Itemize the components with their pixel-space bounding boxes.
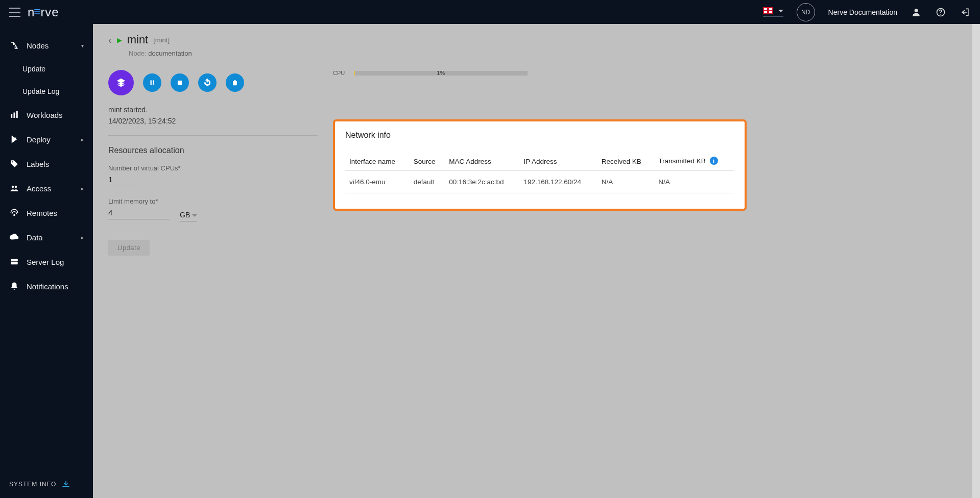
sidebar-item-update-log[interactable]: Update Log	[0, 80, 93, 103]
col-tx: Transmitted KB i	[654, 152, 734, 171]
vcpu-input[interactable]	[108, 174, 139, 186]
language-selector[interactable]	[763, 7, 783, 17]
page-title: mint	[127, 33, 149, 46]
sidebar-item-update[interactable]: Update	[0, 58, 93, 80]
sidebar-item-nodes[interactable]: Nodes ▾	[0, 33, 93, 58]
logout-icon[interactable]	[960, 7, 971, 18]
info-icon[interactable]: i	[710, 157, 718, 165]
divider	[108, 135, 318, 136]
sidebar-item-labels[interactable]: Labels	[0, 152, 93, 176]
sidebar-item-workloads[interactable]: Workloads	[0, 103, 93, 127]
sidebar-item-server-log[interactable]: Server Log	[0, 250, 93, 274]
sidebar-item-access[interactable]: Access ▸	[0, 176, 93, 201]
nodes-icon	[9, 40, 19, 51]
logo: n≡rve	[28, 5, 59, 19]
sidebar-item-remotes[interactable]: Remotes	[0, 201, 93, 225]
cell-source: default	[410, 171, 445, 193]
svg-point-9	[14, 214, 15, 215]
scrollbar[interactable]	[972, 24, 980, 498]
cpu-label: CPU	[333, 70, 345, 76]
chevron-down-icon	[192, 214, 197, 217]
main: Nodes ▾ Update Update Log Workloads Depl…	[0, 24, 980, 498]
resources-title: Resources allocation	[108, 146, 318, 155]
svg-rect-4	[14, 113, 15, 118]
workload-button[interactable]	[108, 70, 134, 95]
bell-icon	[9, 281, 19, 291]
node-path: Node: documentation	[129, 49, 960, 57]
svg-rect-11	[11, 262, 18, 265]
sidebar-item-label: Remotes	[27, 209, 57, 217]
sidebar-item-label: Access	[27, 184, 51, 193]
memory-input[interactable]	[108, 207, 170, 219]
download-icon	[61, 480, 70, 489]
node-label: Node:	[129, 49, 147, 57]
col-interface: Interface name	[345, 152, 410, 171]
running-icon: ▶	[117, 36, 122, 44]
cell-tx: N/A	[654, 171, 734, 193]
memory-unit-select[interactable]: GB	[180, 210, 197, 219]
back-button[interactable]: ‹	[108, 34, 112, 46]
pause-button[interactable]	[143, 73, 161, 92]
stop-button[interactable]	[171, 73, 189, 92]
menu-toggle-icon[interactable]	[9, 8, 20, 17]
user-icon[interactable]	[911, 7, 922, 18]
svg-point-6	[12, 161, 13, 162]
col-source: Source	[410, 152, 445, 171]
flag-uk-icon	[763, 7, 773, 14]
svg-rect-12	[151, 80, 152, 85]
server-log-icon	[9, 257, 19, 267]
access-icon	[9, 183, 19, 193]
avatar-initials: ND	[801, 9, 810, 16]
cell-interface: vif46.0-emu	[345, 171, 410, 193]
workloads-icon	[9, 110, 19, 120]
topbar: n≡rve ND Nerve Documentation	[0, 0, 980, 24]
col-tx-label: Transmitted KB	[658, 157, 706, 165]
cell-mac: 00:16:3e:2c:ac:bd	[445, 171, 519, 193]
network-info-panel: Network info Interface name Source MAC A…	[333, 119, 747, 211]
help-icon[interactable]	[935, 7, 946, 18]
svg-rect-5	[16, 111, 18, 118]
sidebar-item-label: Deploy	[27, 135, 51, 144]
data-icon	[9, 232, 19, 242]
svg-rect-13	[153, 80, 154, 85]
chevron-right-icon: ▸	[81, 186, 84, 191]
restart-button[interactable]	[198, 73, 217, 92]
right-column: CPU 1% Network info Interface name Sourc…	[333, 70, 960, 211]
sidebar-item-data[interactable]: Data ▸	[0, 225, 93, 250]
content: ‹ ▶ mint [mint] Node: documentation	[93, 24, 980, 498]
system-info-button[interactable]: SYSTEM INFO	[0, 470, 93, 498]
doc-name: Nerve Documentation	[828, 8, 897, 16]
sidebar-item-label: Notifications	[27, 282, 68, 291]
cell-rx: N/A	[597, 171, 654, 193]
table-header-row: Interface name Source MAC Address IP Add…	[345, 152, 734, 171]
avatar[interactable]: ND	[797, 3, 815, 21]
svg-rect-3	[11, 114, 12, 118]
memory-label: Limit memory to*	[108, 197, 170, 205]
sidebar-item-notifications[interactable]: Notifications	[0, 274, 93, 298]
chevron-down-icon	[778, 10, 783, 12]
page-tag: [mint]	[153, 36, 170, 44]
delete-button[interactable]	[226, 73, 244, 92]
table-row: vif46.0-emu default 00:16:3e:2c:ac:bd 19…	[345, 171, 734, 193]
svg-rect-14	[178, 81, 182, 85]
node-value: documentation	[148, 49, 192, 57]
update-button[interactable]: Update	[108, 240, 150, 256]
col-ip: IP Address	[519, 152, 597, 171]
svg-point-0	[915, 9, 918, 12]
sidebar-item-label: Update Log	[22, 87, 59, 95]
cpu-percent: 1%	[437, 70, 445, 76]
sidebar-item-label: Server Log	[27, 258, 64, 266]
sidebar-item-label: Update	[22, 65, 45, 73]
action-row	[108, 70, 318, 95]
chevron-down-icon: ▾	[81, 43, 84, 48]
col-mac: MAC Address	[445, 152, 519, 171]
sidebar-item-label: Labels	[27, 160, 49, 168]
breadcrumb: ‹ ▶ mint [mint]	[108, 33, 960, 46]
col-rx: Received KB	[597, 152, 654, 171]
svg-rect-10	[11, 259, 18, 262]
sidebar-item-deploy[interactable]: Deploy ▸	[0, 127, 93, 152]
chevron-right-icon: ▸	[81, 137, 84, 142]
chevron-right-icon: ▸	[81, 235, 84, 240]
sidebar: Nodes ▾ Update Update Log Workloads Depl…	[0, 24, 93, 498]
cpu-meter: CPU 1%	[333, 70, 960, 76]
